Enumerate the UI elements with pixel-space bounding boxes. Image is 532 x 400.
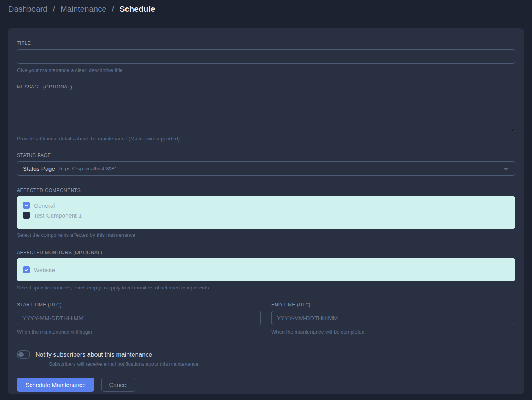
- notify-toggle-label: Notify subscribers about this maintenanc…: [35, 351, 152, 358]
- notify-toggle-row: Notify subscribers about this maintenanc…: [17, 350, 515, 359]
- title-helper-text: Give your maintenance a clear, descripti…: [17, 67, 515, 73]
- title-field-group: TITLE Give your maintenance a clear, des…: [17, 41, 515, 73]
- chevron-down-icon: [503, 166, 509, 172]
- breadcrumb-dashboard[interactable]: Dashboard: [8, 5, 48, 13]
- affected-components-field-group: AFFECTED COMPONENTS General Test Compone…: [17, 188, 515, 238]
- schedule-maintenance-button[interactable]: Schedule Maintenance: [17, 378, 94, 392]
- breadcrumb-current-schedule: Schedule: [120, 5, 155, 13]
- affected-monitors-panel: Website: [17, 258, 515, 281]
- checkbox-checked-icon[interactable]: [23, 266, 30, 273]
- notify-section: Notify subscribers about this maintenanc…: [17, 350, 515, 367]
- breadcrumb: Dashboard / Maintenance / Schedule: [8, 5, 532, 14]
- monitor-option-label: Website: [34, 267, 55, 273]
- monitor-option-website[interactable]: Website: [23, 266, 509, 273]
- title-label: TITLE: [17, 41, 515, 46]
- notify-toggle[interactable]: [17, 350, 30, 359]
- toggle-knob: [18, 352, 24, 357]
- start-time-helper-text: When the maintenance will begin: [17, 329, 261, 335]
- status-page-selected-url: https://hsp.localhost:8081: [59, 166, 117, 171]
- component-option-test-component-1[interactable]: Test Component 1: [23, 212, 509, 219]
- end-time-input[interactable]: [271, 311, 515, 325]
- start-time-input[interactable]: [17, 311, 261, 325]
- message-textarea[interactable]: [17, 93, 515, 132]
- affected-monitors-field-group: AFFECTED MONITORS (OPTIONAL) Website Sel…: [17, 250, 515, 291]
- cancel-button[interactable]: Cancel: [101, 378, 136, 392]
- message-field-group: MESSAGE (OPTIONAL) Provide additional de…: [17, 84, 515, 142]
- end-time-field-group: END TIME (UTC) When the maintenance will…: [271, 302, 515, 335]
- message-label: MESSAGE (OPTIONAL): [17, 84, 515, 90]
- end-time-label: END TIME (UTC): [271, 302, 515, 308]
- time-fields-row: START TIME (UTC) When the maintenance wi…: [17, 302, 515, 335]
- breadcrumb-separator: /: [112, 5, 114, 13]
- affected-components-helper-text: Select the components affected by this m…: [17, 232, 515, 238]
- component-option-general[interactable]: General: [23, 202, 509, 209]
- status-page-selected-name: Status Page: [23, 165, 55, 172]
- checkbox-checked-icon[interactable]: [23, 202, 30, 209]
- component-option-label: Test Component 1: [34, 212, 82, 219]
- message-helper-text: Provide additional details about the mai…: [17, 136, 515, 142]
- notify-helper-text: Subscribers will receive email notificat…: [49, 361, 515, 367]
- end-time-helper-text: When the maintenance will be completed: [271, 329, 515, 335]
- schedule-maintenance-form-card: TITLE Give your maintenance a clear, des…: [8, 28, 524, 394]
- breadcrumb-separator: /: [53, 5, 55, 13]
- start-time-label: START TIME (UTC): [17, 302, 261, 308]
- affected-components-panel: General Test Component 1: [17, 196, 515, 229]
- checkbox-unchecked-icon[interactable]: [23, 212, 30, 219]
- title-input[interactable]: [17, 49, 515, 64]
- affected-monitors-label: AFFECTED MONITORS (OPTIONAL): [17, 250, 515, 255]
- affected-components-label: AFFECTED COMPONENTS: [17, 188, 515, 193]
- affected-monitors-helper-text: Select specific monitors; leave empty to…: [17, 285, 515, 291]
- start-time-field-group: START TIME (UTC) When the maintenance wi…: [17, 302, 261, 335]
- breadcrumb-maintenance[interactable]: Maintenance: [61, 5, 107, 13]
- status-page-field-group: STATUS PAGE Status Page https://hsp.loca…: [17, 153, 515, 176]
- status-page-select[interactable]: Status Page https://hsp.localhost:8081: [17, 161, 515, 176]
- component-option-label: General: [34, 202, 55, 209]
- form-actions: Schedule Maintenance Cancel: [17, 378, 515, 392]
- top-header: Dashboard / Maintenance / Schedule: [0, 0, 532, 28]
- status-page-label: STATUS PAGE: [17, 153, 515, 158]
